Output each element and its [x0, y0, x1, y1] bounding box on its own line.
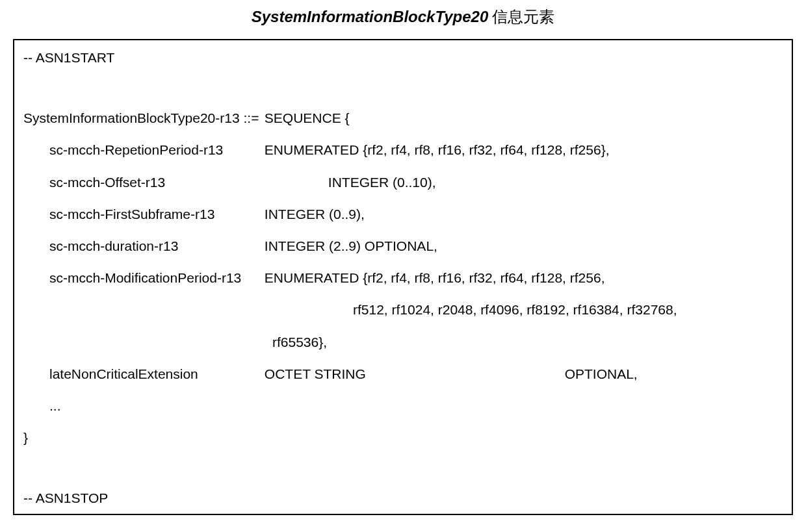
field-def: ENUMERATED {rf2, rf4, rf8, rf16, rf32, r…	[265, 270, 605, 285]
asn1-start: -- ASN1START	[23, 49, 783, 66]
field-def-b: OPTIONAL,	[565, 366, 638, 381]
field-def: INTEGER (0..10),	[328, 175, 436, 190]
field-name: sc-mcch-duration-r13	[49, 238, 261, 254]
field-name: sc-mcch-RepetionPeriod-r13	[49, 142, 261, 158]
close-brace: }	[23, 429, 783, 446]
field-def: INTEGER (2..9) OPTIONAL,	[265, 238, 437, 253]
asn1-stop: -- ASN1STOP	[23, 490, 783, 506]
field-name: sc-mcch-FirstSubframe-r13	[49, 206, 261, 222]
type-name: SystemInformationBlockType20-r13 ::=	[23, 110, 261, 126]
type-decl-line: SystemInformationBlockType20-r13 ::= SEQ…	[23, 110, 783, 126]
title-italic: SystemInformationBlockType20	[252, 8, 489, 25]
field-mod-cont1: rf512, rf1024, r2048, rf4096, rf8192, rf…	[353, 301, 783, 318]
title-cjk: 信息元素	[492, 8, 554, 25]
asn1-box: -- ASN1START SystemInformationBlockType2…	[13, 39, 793, 515]
field-offset: sc-mcch-Offset-r13 INTEGER (0..10),	[23, 174, 783, 190]
field-repetition-period: sc-mcch-RepetionPeriod-r13 ENUMERATED {r…	[23, 142, 783, 158]
field-duration: sc-mcch-duration-r13 INTEGER (2..9) OPTI…	[23, 238, 783, 254]
field-name: lateNonCriticalExtension	[49, 366, 261, 382]
field-def: ENUMERATED {rf2, rf4, rf8, rf16, rf32, r…	[265, 142, 610, 157]
field-def-a: OCTET STRING	[265, 366, 366, 381]
title: SystemInformationBlockType20信息元素	[13, 6, 793, 27]
field-name: sc-mcch-ModificationPeriod-r13	[49, 270, 261, 286]
field-ellipsis: ...	[23, 398, 783, 414]
sequence-open: SEQUENCE {	[265, 110, 350, 125]
field-late-noncritical: lateNonCriticalExtension OCTET STRING OP…	[23, 366, 783, 382]
field-def: INTEGER (0..9),	[265, 207, 365, 222]
field-mod-cont2: rf65536},	[272, 334, 783, 350]
field-name: sc-mcch-Offset-r13	[49, 174, 261, 190]
field-first-subframe: sc-mcch-FirstSubframe-r13 INTEGER (0..9)…	[23, 206, 783, 222]
field-modification-period: sc-mcch-ModificationPeriod-r13 ENUMERATE…	[23, 270, 783, 286]
